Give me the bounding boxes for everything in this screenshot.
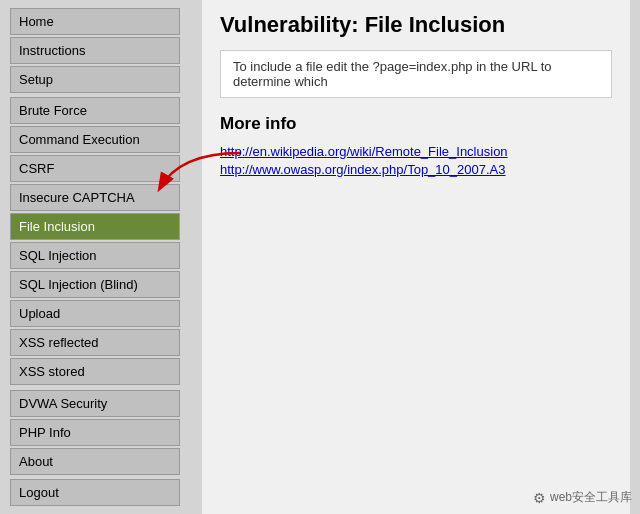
info-box: To include a file edit the ?page=index.p… [220, 50, 612, 98]
sidebar-item-logout[interactable]: Logout [10, 479, 180, 506]
page-title: Vulnerability: File Inclusion [220, 12, 612, 38]
main-container: Home Instructions Setup Brute Force Comm… [10, 0, 630, 514]
sidebar-item-brute-force[interactable]: Brute Force [10, 97, 180, 124]
page-wrapper: Home Instructions Setup Brute Force Comm… [0, 0, 640, 514]
sidebar-item-xss-stored[interactable]: XSS stored [10, 358, 180, 385]
sidebar-item-about[interactable]: About [10, 448, 180, 475]
sidebar-item-sql-injection[interactable]: SQL Injection [10, 242, 180, 269]
sidebar-item-insecure-captcha[interactable]: Insecure CAPTCHA [10, 184, 180, 211]
sidebar-item-instructions[interactable]: Instructions [10, 37, 180, 64]
sidebar-item-sql-injection-blind[interactable]: SQL Injection (Blind) [10, 271, 180, 298]
sidebar-item-dvwa-security[interactable]: DVWA Security [10, 390, 180, 417]
sidebar-item-setup[interactable]: Setup [10, 66, 180, 93]
sidebar-item-command-execution[interactable]: Command Execution [10, 126, 180, 153]
link-owasp[interactable]: http://www.owasp.org/index.php/Top_10_20… [220, 162, 612, 177]
sidebar: Home Instructions Setup Brute Force Comm… [10, 0, 202, 514]
sidebar-item-php-info[interactable]: PHP Info [10, 419, 180, 446]
more-info-heading: More info [220, 114, 612, 134]
sidebar-item-file-inclusion[interactable]: File Inclusion [10, 213, 180, 240]
watermark-icon: ⚙ [533, 490, 546, 506]
sidebar-item-upload[interactable]: Upload [10, 300, 180, 327]
sidebar-item-csrf[interactable]: CSRF [10, 155, 180, 182]
info-text: To include a file edit the ?page=index.p… [233, 59, 552, 89]
content-area: Vulnerability: File Inclusion To include… [202, 0, 630, 514]
link-rfi[interactable]: http://en.wikipedia.org/wiki/Remote_File… [220, 144, 612, 159]
watermark: ⚙ web安全工具库 [533, 489, 632, 506]
sidebar-item-xss-reflected[interactable]: XSS reflected [10, 329, 180, 356]
watermark-text: web安全工具库 [550, 489, 632, 506]
sidebar-item-home[interactable]: Home [10, 8, 180, 35]
